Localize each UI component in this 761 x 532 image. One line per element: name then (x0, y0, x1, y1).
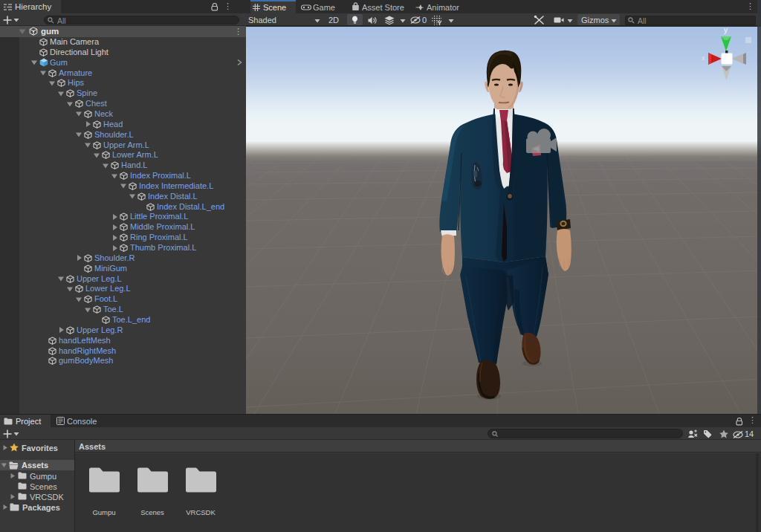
svg-text:y: y (724, 26, 728, 34)
svg-text:Persp: Persp (719, 88, 735, 95)
svg-text:x: x (702, 54, 705, 62)
